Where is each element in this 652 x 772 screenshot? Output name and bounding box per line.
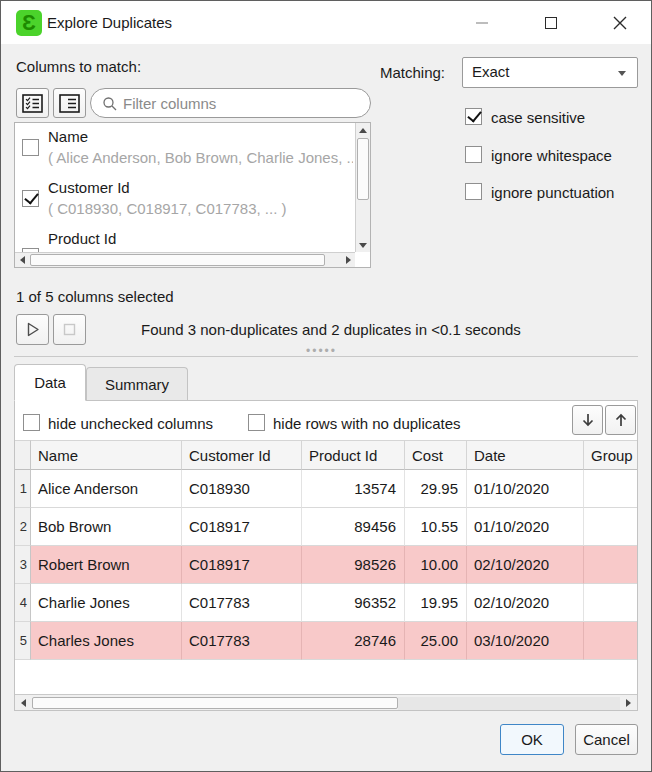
tab-data[interactable]: Data	[14, 364, 86, 401]
cell-cost[interactable]: 10.55	[405, 508, 467, 546]
row-number[interactable]: 4	[15, 584, 31, 622]
hide-unchecked-columns-checkbox[interactable]	[23, 414, 40, 431]
cancel-button[interactable]: Cancel	[575, 724, 638, 755]
vscroll-thumb[interactable]	[357, 138, 369, 200]
filter-columns-input[interactable]	[123, 91, 363, 115]
duplicates-status-text: Found 3 non-duplicates and 2 duplicates …	[141, 321, 521, 338]
cell-group[interactable]	[584, 622, 637, 660]
column-header: Customer Id	[182, 440, 302, 470]
stop-button[interactable]	[53, 314, 86, 345]
data-tab-panel: hide unchecked columns hide rows with no…	[14, 400, 638, 711]
cell-group[interactable]	[584, 470, 637, 508]
stop-icon	[60, 320, 79, 339]
column-label: Product Id	[48, 230, 116, 247]
cell-product-id[interactable]: 28746	[302, 622, 405, 660]
scroll-up-icon	[359, 128, 367, 133]
columns-list-vscrollbar[interactable]	[355, 123, 370, 252]
hide-rows-no-duplicates-checkbox[interactable]	[248, 414, 265, 431]
column-header: Product Id	[302, 440, 405, 470]
maximize-button[interactable]	[528, 1, 574, 44]
cell-customer-id[interactable]: C018917	[182, 546, 302, 584]
column-item-product-id[interactable]: Product Id	[15, 227, 355, 252]
matching-selected-value: Exact	[472, 63, 510, 80]
table-row-duplicate: 5 Charles Jones C017783 28746 25.00 03/1…	[15, 622, 637, 660]
cell-group[interactable]	[584, 584, 637, 622]
case-sensitive-checkbox[interactable]	[465, 108, 482, 125]
table-hscrollbar[interactable]	[15, 694, 637, 710]
cell-group[interactable]	[584, 546, 637, 584]
column-header: Name	[31, 440, 182, 470]
ignore-punctuation-checkbox[interactable]	[465, 183, 482, 200]
next-duplicate-button[interactable]	[572, 405, 603, 435]
cell-cost[interactable]: 29.95	[405, 470, 467, 508]
cell-name[interactable]: Charles Jones	[31, 622, 182, 660]
scroll-right-button[interactable]	[621, 696, 636, 710]
close-icon	[613, 16, 627, 30]
table-row-duplicate: 3 Robert Brown C018917 98526 10.00 02/10…	[15, 546, 637, 584]
maximize-icon	[545, 17, 557, 29]
row-number[interactable]: 2	[15, 508, 31, 546]
cell-cost[interactable]: 19.95	[405, 584, 467, 622]
minimize-button[interactable]	[459, 1, 505, 44]
run-button[interactable]	[16, 314, 49, 345]
cell-customer-id[interactable]: C017783	[182, 584, 302, 622]
column-item-name[interactable]: Name ( Alice Anderson, Bob Brown, Charli…	[15, 125, 355, 176]
matching-dropdown[interactable]: Exact	[462, 57, 638, 88]
cell-date[interactable]: 02/10/2020	[467, 546, 584, 584]
hscroll-thumb[interactable]	[32, 697, 398, 709]
scroll-right-icon	[346, 256, 351, 264]
cell-customer-id[interactable]: C018917	[182, 508, 302, 546]
columns-to-match-label: Columns to match:	[16, 58, 141, 75]
explore-duplicates-dialog: Ɛ Explore Duplicates Columns to match:	[0, 0, 652, 772]
scroll-up-button[interactable]	[356, 123, 370, 137]
column-checkbox-name[interactable]	[22, 139, 39, 156]
table-row: 4 Charlie Jones C017783 96352 19.95 02/1…	[15, 584, 637, 622]
matching-label: Matching:	[380, 64, 445, 81]
row-number[interactable]: 5	[15, 622, 31, 660]
title-bar: Ɛ Explore Duplicates	[1, 1, 651, 44]
column-item-customer-id[interactable]: Customer Id ( C018930, C018917, C017783,…	[15, 176, 355, 227]
column-checkbox-customer-id[interactable]	[22, 190, 39, 207]
cell-date[interactable]: 03/10/2020	[467, 622, 584, 660]
scroll-down-button[interactable]	[356, 238, 370, 252]
ok-button[interactable]: OK	[500, 724, 564, 755]
cell-date[interactable]: 02/10/2020	[467, 584, 584, 622]
check-all-columns-button[interactable]	[16, 88, 49, 118]
row-number[interactable]: 3	[15, 546, 31, 584]
cell-product-id[interactable]: 13574	[302, 470, 405, 508]
columns-list: Name ( Alice Anderson, Bob Brown, Charli…	[14, 122, 371, 268]
cell-name[interactable]: Bob Brown	[31, 508, 182, 546]
row-number[interactable]: 1	[15, 470, 31, 508]
cell-product-id[interactable]: 98526	[302, 546, 405, 584]
table-corner-cell	[15, 440, 31, 470]
case-sensitive-label: case sensitive	[491, 109, 585, 126]
cell-name[interactable]: Robert Brown	[31, 546, 182, 584]
tab-summary-label: Summary	[105, 376, 169, 393]
cell-customer-id[interactable]: C018930	[182, 470, 302, 508]
cell-group[interactable]	[584, 508, 637, 546]
cell-cost[interactable]: 25.00	[405, 622, 467, 660]
scroll-left-button[interactable]	[16, 696, 31, 710]
hscroll-track[interactable]	[398, 697, 620, 710]
cell-customer-id[interactable]: C017783	[182, 622, 302, 660]
cell-date[interactable]: 01/10/2020	[467, 470, 584, 508]
scroll-right-button[interactable]	[341, 253, 355, 267]
uncheck-all-columns-button[interactable]	[53, 88, 86, 118]
hscroll-thumb[interactable]	[30, 254, 325, 266]
cell-cost[interactable]: 10.00	[405, 546, 467, 584]
tab-summary[interactable]: Summary	[86, 367, 188, 401]
close-button[interactable]	[597, 1, 643, 44]
columns-list-hscrollbar[interactable]	[15, 252, 355, 267]
arrow-up-icon	[612, 411, 630, 429]
cell-product-id[interactable]: 89456	[302, 508, 405, 546]
results-table-header-row: Name Customer Id Product Id Cost Date Gr…	[15, 440, 637, 470]
table-row: 2 Bob Brown C018917 89456 10.55 01/10/20…	[15, 508, 637, 546]
cell-product-id[interactable]: 96352	[302, 584, 405, 622]
cell-date[interactable]: 01/10/2020	[467, 508, 584, 546]
previous-duplicate-button[interactable]	[605, 405, 636, 435]
cell-name[interactable]: Alice Anderson	[31, 470, 182, 508]
ignore-whitespace-checkbox[interactable]	[465, 146, 482, 163]
cell-name[interactable]: Charlie Jones	[31, 584, 182, 622]
dropdown-arrow-icon	[618, 71, 626, 76]
scroll-left-button[interactable]	[15, 253, 29, 267]
